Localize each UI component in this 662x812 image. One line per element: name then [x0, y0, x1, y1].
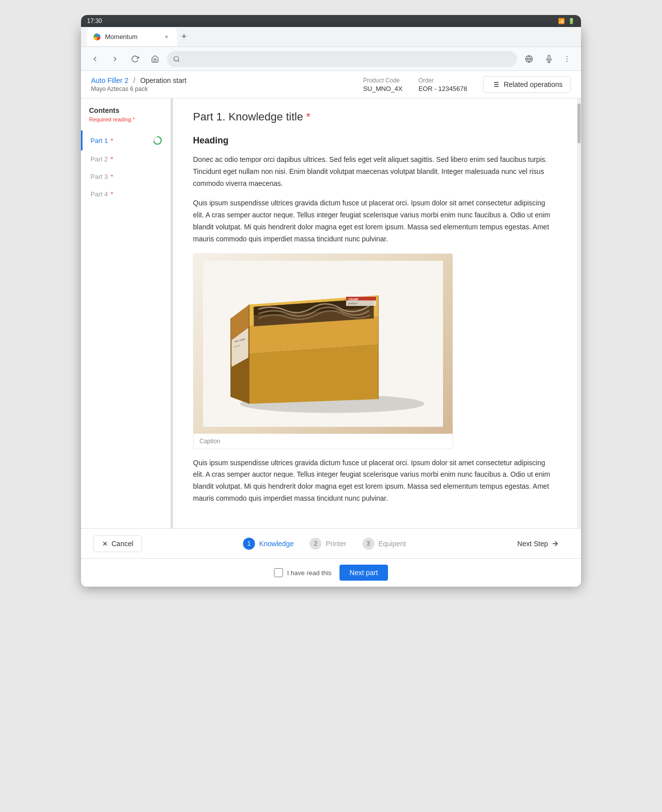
box-svg: the mark artisan CRAMP premium: [203, 259, 443, 429]
bottom-bar: Cancel 1 Knowledge 2 Printer 3 Equipent …: [81, 528, 581, 558]
checkbox-area: I have read this: [274, 568, 332, 577]
breadcrumb-current: Operation start: [140, 76, 186, 84]
svg-point-5: [566, 56, 568, 57]
step-2[interactable]: 2 Printer: [310, 538, 346, 550]
checkbox-label: I have read this: [287, 569, 332, 577]
globe-button[interactable]: [521, 51, 537, 67]
content-image: the mark artisan CRAMP premium: [194, 254, 452, 434]
next-step-button[interactable]: Next Step: [508, 536, 569, 552]
part-title-star: *: [306, 110, 310, 123]
header-meta: Product Code SU_MNO_4X Order EOR - 12345…: [363, 76, 571, 93]
tab-title: Momentum: [105, 33, 138, 40]
sidebar-title: Contents: [81, 106, 170, 116]
sidebar: Contents Required reading * Part 1 * Par…: [81, 98, 171, 528]
part-title-text: Part 1. Knowledge title: [193, 110, 303, 123]
mic-button[interactable]: [541, 51, 557, 67]
svg-point-0: [174, 56, 178, 60]
close-icon: [102, 540, 108, 547]
step-2-label: Printer: [326, 540, 346, 548]
breadcrumb-parent[interactable]: Auto Filler 2: [91, 76, 128, 84]
step-1-number: 1: [243, 538, 255, 550]
new-tab-button[interactable]: +: [177, 30, 191, 44]
step-3-number: 3: [362, 538, 374, 550]
sidebar-item-label-part3: Part 3 *: [90, 173, 113, 180]
sidebar-subtitle: Required reading *: [81, 116, 170, 130]
step-1-label: Knowledge: [259, 540, 294, 548]
section-heading: Heading: [193, 135, 557, 146]
forward-button[interactable]: [107, 51, 123, 67]
content-image-container: the mark artisan CRAMP premium: [193, 253, 453, 449]
svg-point-7: [566, 60, 568, 61]
tab-favicon: [93, 33, 101, 41]
scrollbar-track[interactable]: [577, 98, 581, 528]
order-label: Order: [418, 77, 468, 84]
arrow-right-icon: [551, 540, 559, 548]
step-3[interactable]: 3 Equipent: [362, 538, 406, 550]
cancel-button[interactable]: Cancel: [93, 535, 142, 552]
progress-ring-part1: [152, 135, 162, 145]
back-button[interactable]: [87, 51, 103, 67]
required-star-part2: *: [110, 155, 113, 163]
part-title: Part 1. Knowledge title *: [193, 110, 557, 123]
image-caption: Caption: [194, 434, 452, 449]
svg-text:CRAMP: CRAMP: [348, 298, 359, 301]
list-icon: [492, 80, 500, 88]
product-code-field: Product Code SU_MNO_4X: [363, 77, 402, 92]
breadcrumb: Auto Filler 2 / Operation start: [91, 76, 186, 84]
status-icons: 📶 🔋: [558, 18, 575, 24]
content-area: Part 1. Knowledge title * Heading Donec …: [173, 98, 577, 528]
steps-indicator: 1 Knowledge 2 Printer 3 Equipent: [142, 538, 508, 550]
related-operations-button[interactable]: Related operations: [483, 76, 571, 93]
sidebar-item-label-part4: Part 4 *: [90, 190, 113, 198]
breadcrumb-separator: /: [134, 76, 136, 84]
product-code-value: SU_MNO_4X: [363, 85, 402, 92]
app-header: Auto Filler 2 / Operation start Mayo Azt…: [81, 71, 581, 98]
sidebar-item-label-part2: Part 2 *: [90, 155, 113, 163]
next-part-button[interactable]: Next part: [340, 565, 388, 581]
related-operations-label: Related operations: [504, 80, 562, 88]
sidebar-item-part2[interactable]: Part 2 *: [81, 150, 170, 168]
sidebar-item-part1[interactable]: Part 1 *: [81, 130, 170, 150]
paragraph-3: Quis ipsum suspendisse ultrices gravida …: [193, 457, 557, 505]
order-value: EOR - 12345678: [418, 85, 468, 92]
address-bar[interactable]: [167, 51, 517, 67]
order-field: Order EOR - 12345678: [418, 77, 468, 92]
product-code-label: Product Code: [363, 77, 402, 84]
sidebar-item-label-part1: Part 1 *: [90, 137, 113, 144]
browser-tab[interactable]: Momentum ×: [87, 28, 177, 46]
more-button[interactable]: [559, 51, 575, 67]
tab-close-button[interactable]: ×: [162, 32, 171, 41]
page-subtitle: Mayo Aztecas 6 pack: [91, 85, 186, 92]
sidebar-item-part4[interactable]: Part 4 *: [81, 185, 170, 203]
svg-marker-18: [249, 344, 378, 404]
step-1[interactable]: 1 Knowledge: [243, 538, 294, 550]
paragraph-1: Donec ac odio tempor orci dapibus ultric…: [193, 154, 557, 189]
paragraph-2: Quis ipsum suspendisse ultrices gravida …: [193, 197, 557, 245]
system-time: 17:30: [87, 17, 102, 24]
scrollbar-thumb[interactable]: [578, 103, 580, 143]
reload-button[interactable]: [127, 51, 143, 67]
required-star-part3: *: [110, 173, 113, 180]
svg-text:premium: premium: [348, 302, 358, 304]
home-button[interactable]: [147, 51, 163, 67]
required-star-part4: *: [110, 190, 113, 198]
next-step-label: Next Step: [518, 540, 548, 548]
required-star-part1: *: [110, 137, 113, 144]
svg-point-6: [566, 58, 568, 59]
confirmation-checkbox[interactable]: [274, 568, 283, 577]
sidebar-item-part3[interactable]: Part 3 *: [81, 168, 170, 185]
overlay-bar: I have read this Next part: [81, 558, 581, 587]
step-2-number: 2: [310, 538, 322, 550]
cancel-label: Cancel: [112, 540, 134, 548]
step-3-label: Equipent: [378, 540, 406, 548]
